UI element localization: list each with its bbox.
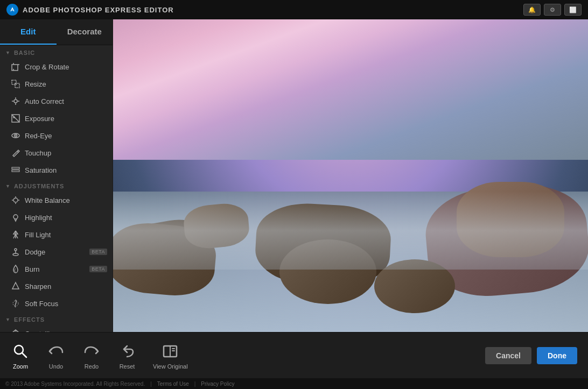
- view-original-label: View Original: [153, 363, 188, 370]
- tab-decorate[interactable]: Decorate: [57, 19, 113, 45]
- notifications-button[interactable]: 🔔: [523, 4, 541, 16]
- sky-layer: [113, 19, 588, 160]
- svg-line-42: [22, 353, 26, 357]
- menu-item-fill-light[interactable]: Fill Light: [0, 226, 113, 243]
- reset-label: Reset: [120, 363, 135, 370]
- saturation-icon: [11, 165, 20, 175]
- edit-decorate-tabs: Edit Decorate: [0, 19, 113, 45]
- bottom-toolbar: Zoom Undo Redo: [0, 332, 588, 378]
- fill-light-icon: [11, 230, 20, 239]
- menu-item-auto-correct[interactable]: Auto Correct: [0, 93, 113, 110]
- menu-label-fill-light: Fill Light: [25, 231, 51, 239]
- exposure-icon: [11, 114, 20, 123]
- svg-point-8: [14, 100, 17, 103]
- white-balance-icon: [11, 195, 20, 205]
- section-effects-header: ▼ EFFECTS: [0, 312, 113, 325]
- menu-label-highlight: Highlight: [25, 214, 52, 222]
- cancel-button[interactable]: Cancel: [485, 347, 531, 364]
- menu-label-white-balance: White Balance: [25, 196, 70, 204]
- menu-item-saturation[interactable]: Saturation: [0, 161, 113, 179]
- content-area: Edit Decorate ▼ BASIC Crop & Rotate: [0, 19, 588, 332]
- undo-icon: [46, 342, 66, 361]
- menu-label-exposure: Exposure: [25, 115, 54, 123]
- menu-item-red-eye[interactable]: Red-Eye: [0, 127, 113, 144]
- menu-item-white-balance[interactable]: White Balance: [0, 192, 113, 209]
- copyright-text: © 2013 Adobe Systems Incorporated. All R…: [5, 381, 145, 387]
- sharpen-icon: [11, 281, 20, 291]
- menu-label-red-eye: Red-Eye: [25, 132, 52, 140]
- menu-item-crystallize[interactable]: Crystallize: [0, 325, 113, 332]
- menu-item-sharpen[interactable]: Sharpen: [0, 278, 113, 295]
- tab-edit[interactable]: Edit: [0, 19, 57, 45]
- sidebar: Edit Decorate ▼ BASIC Crop & Rotate: [0, 19, 113, 332]
- menu-item-crop-rotate[interactable]: Crop & Rotate: [0, 58, 113, 75]
- menu-item-exposure[interactable]: Exposure: [0, 110, 113, 127]
- svg-rect-16: [12, 170, 19, 172]
- section-basic-header: ▼ BASIC: [0, 45, 113, 58]
- tool-redo[interactable]: Redo: [82, 342, 101, 370]
- app-logo: [6, 4, 18, 16]
- menu-item-resize[interactable]: Resize: [0, 75, 113, 93]
- view-original-icon: [160, 342, 180, 361]
- svg-rect-2: [12, 80, 16, 84]
- tool-reset[interactable]: Reset: [117, 342, 137, 370]
- settings-button[interactable]: ⚙: [544, 4, 561, 16]
- menu-label-touchup: Touchup: [25, 149, 51, 157]
- separator-1: |: [150, 381, 152, 387]
- menu-label-sharpen: Sharpen: [25, 282, 51, 291]
- menu-item-burn[interactable]: Burn BETA: [0, 260, 113, 278]
- menu-label-dodge: Dodge: [25, 248, 45, 256]
- zoom-label: Zoom: [13, 363, 28, 370]
- burn-icon: [11, 264, 20, 274]
- menu-label-saturation: Saturation: [25, 166, 57, 174]
- dodge-icon: [11, 247, 20, 257]
- soft-focus-icon: [11, 299, 20, 308]
- tool-zoom[interactable]: Zoom: [11, 342, 30, 370]
- menu-item-soft-focus[interactable]: Soft Focus: [0, 295, 113, 312]
- titlebar: ADOBE PHOTOSHOP EXPRESS EDITOR 🔔 ⚙ ⬜: [0, 0, 588, 19]
- action-buttons: Cancel Done: [485, 347, 577, 364]
- dodge-badge: BETA: [89, 249, 107, 255]
- red-eye-icon: [11, 131, 20, 140]
- resize-button[interactable]: ⬜: [564, 4, 582, 16]
- burn-badge: BETA: [89, 266, 107, 272]
- svg-point-25: [15, 249, 17, 251]
- redo-icon: [82, 342, 101, 361]
- menu-label-crop-rotate: Crop & Rotate: [25, 63, 69, 71]
- done-button[interactable]: Done: [537, 347, 577, 364]
- svg-rect-15: [12, 167, 19, 169]
- canvas-area: [113, 19, 588, 332]
- zoom-icon: [11, 342, 30, 361]
- section-adjustments-label: ADJUSTMENTS: [14, 183, 65, 189]
- redo-label: Redo: [85, 363, 99, 370]
- menu-item-highlight[interactable]: Highlight: [0, 209, 113, 226]
- menu-label-auto-correct: Auto Correct: [25, 97, 64, 105]
- svg-point-22: [13, 215, 18, 219]
- tool-group: Zoom Undo Redo: [11, 342, 188, 370]
- svg-point-23: [13, 253, 18, 256]
- effects-arrow-icon: ▼: [5, 317, 11, 322]
- tool-view-original[interactable]: View Original: [153, 342, 188, 370]
- menu-item-dodge[interactable]: Dodge BETA: [0, 243, 113, 260]
- svg-rect-1: [12, 65, 18, 70]
- touchup-icon: [11, 148, 20, 158]
- photo-canvas: [113, 19, 588, 332]
- auto-correct-icon: [11, 96, 20, 106]
- terms-link[interactable]: Terms of Use: [157, 381, 189, 387]
- crop-rotate-icon: [11, 62, 20, 72]
- resize-icon: [11, 79, 20, 89]
- reset-icon: [117, 342, 137, 361]
- svg-point-14: [15, 135, 16, 136]
- tool-undo[interactable]: Undo: [46, 342, 66, 370]
- section-basic-label: BASIC: [14, 49, 35, 56]
- privacy-link[interactable]: Privacy Policy: [201, 381, 234, 387]
- menu-label-burn: Burn: [25, 265, 39, 273]
- sidebar-scroll[interactable]: ▼ BASIC Crop & Rotate Resize: [0, 45, 113, 332]
- app-title: ADOBE PHOTOSHOP EXPRESS EDITOR: [23, 6, 519, 14]
- menu-item-touchup[interactable]: Touchup: [0, 144, 113, 161]
- section-adjustments-header: ▼ ADJUSTMENTS: [0, 179, 113, 192]
- footer: © 2013 Adobe Systems Incorporated. All R…: [0, 378, 588, 389]
- menu-label-resize: Resize: [25, 80, 46, 88]
- svg-point-17: [13, 198, 18, 202]
- highlight-icon: [11, 213, 20, 222]
